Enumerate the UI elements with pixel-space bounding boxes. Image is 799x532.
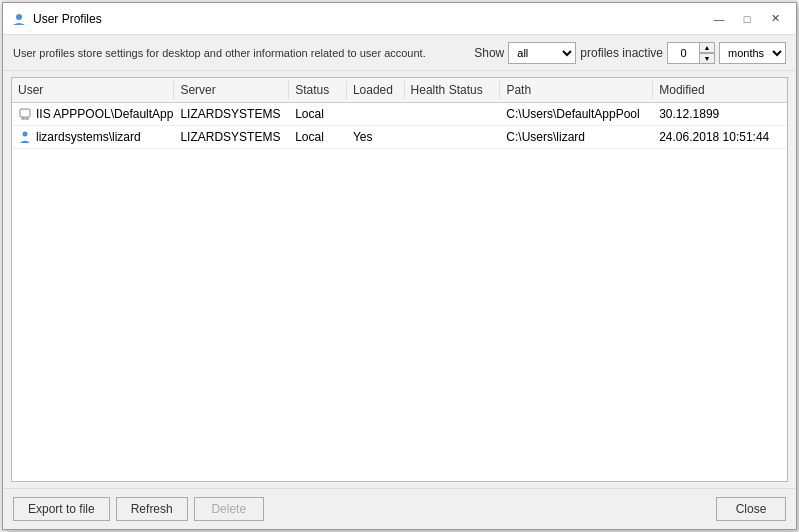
close-button[interactable]: Close xyxy=(716,497,786,521)
status-cell: Local xyxy=(289,105,347,123)
path-cell: C:\Users\DefaultAppPool xyxy=(500,105,653,123)
window-title: User Profiles xyxy=(33,12,706,26)
spinner-down-button[interactable]: ▼ xyxy=(699,53,715,64)
server-cell: LIZARDSYSTEMS xyxy=(174,128,289,146)
svg-point-5 xyxy=(23,132,28,137)
inactive-spinner: ▲ ▼ xyxy=(667,42,715,64)
close-window-button[interactable]: ✕ xyxy=(762,9,788,29)
person-icon xyxy=(18,130,32,144)
col-health: Health Status xyxy=(405,81,501,99)
show-label: Show xyxy=(474,46,504,60)
minimize-button[interactable]: — xyxy=(706,9,732,29)
table-area: User Server Status Loaded Health Status … xyxy=(11,77,788,482)
col-status: Status xyxy=(289,81,347,99)
user-name: IIS APPPOOL\DefaultAppPool xyxy=(36,107,174,121)
toolbar: User profiles store settings for desktop… xyxy=(3,35,796,71)
export-button[interactable]: Export to file xyxy=(13,497,110,521)
loaded-cell xyxy=(347,112,405,116)
spinner-up-button[interactable]: ▲ xyxy=(699,42,715,53)
table-header: User Server Status Loaded Health Status … xyxy=(12,78,787,103)
modified-cell: 30.12.1899 xyxy=(653,105,787,123)
unit-select[interactable]: months days years xyxy=(719,42,786,64)
service-icon xyxy=(18,107,32,121)
delete-button[interactable]: Delete xyxy=(194,497,264,521)
table-body: IIS APPPOOL\DefaultAppPool LIZARDSYSTEMS… xyxy=(12,103,787,481)
window-icon xyxy=(11,11,27,27)
table-row[interactable]: lizardsystems\lizard LIZARDSYSTEMS Local… xyxy=(12,126,787,149)
user-cell: lizardsystems\lizard xyxy=(12,128,174,146)
maximize-button[interactable]: □ xyxy=(734,9,760,29)
toolbar-controls: Show all active inactive profiles inacti… xyxy=(474,42,786,64)
svg-point-0 xyxy=(16,14,22,20)
main-window: User Profiles — □ ✕ User profiles store … xyxy=(2,2,797,530)
health-cell xyxy=(405,112,501,116)
modified-cell: 24.06.2018 10:51:44 xyxy=(653,128,787,146)
profiles-inactive-label: profiles inactive xyxy=(580,46,663,60)
col-path: Path xyxy=(500,81,653,99)
col-loaded: Loaded xyxy=(347,81,405,99)
user-name: lizardsystems\lizard xyxy=(36,130,141,144)
bottom-left-buttons: Export to file Refresh Delete xyxy=(13,497,264,521)
path-cell: C:\Users\lizard xyxy=(500,128,653,146)
bottom-bar: Export to file Refresh Delete Close xyxy=(3,488,796,529)
window-controls: — □ ✕ xyxy=(706,9,788,29)
loaded-cell: Yes xyxy=(347,128,405,146)
spinner-buttons: ▲ ▼ xyxy=(699,42,715,64)
refresh-button[interactable]: Refresh xyxy=(116,497,188,521)
toolbar-description: User profiles store settings for desktop… xyxy=(13,47,466,59)
col-user: User xyxy=(12,81,174,99)
svg-rect-1 xyxy=(20,109,30,117)
health-cell xyxy=(405,135,501,139)
table-row[interactable]: IIS APPPOOL\DefaultAppPool LIZARDSYSTEMS… xyxy=(12,103,787,126)
server-cell: LIZARDSYSTEMS xyxy=(174,105,289,123)
title-bar: User Profiles — □ ✕ xyxy=(3,3,796,35)
user-cell: IIS APPPOOL\DefaultAppPool xyxy=(12,105,174,123)
col-modified: Modified xyxy=(653,81,787,99)
show-select[interactable]: all active inactive xyxy=(508,42,576,64)
inactive-value-input[interactable] xyxy=(667,42,699,64)
col-server: Server xyxy=(174,81,289,99)
status-cell: Local xyxy=(289,128,347,146)
